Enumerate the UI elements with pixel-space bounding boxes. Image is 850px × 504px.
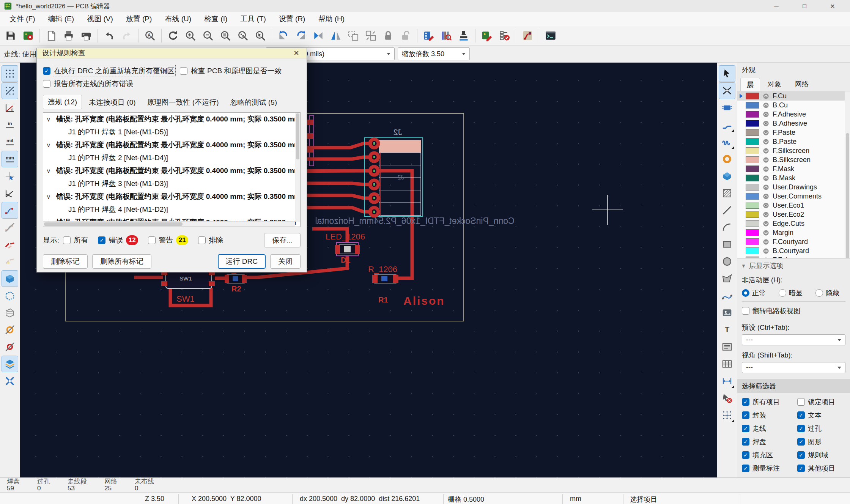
ungroup-button[interactable] [362,27,379,44]
ratsnest-curved-button[interactable] [2,202,18,218]
drc-option[interactable]: 在执行 DRC 之前重新填充所有覆铜区 [43,66,175,76]
visibility-eye-icon[interactable] [762,184,770,191]
layer-color-swatch[interactable] [746,257,759,258]
drc-dialog-titlebar[interactable]: 设计规则检查 ✕ [37,48,307,58]
select-tool-button[interactable] [719,66,735,82]
layer-row[interactable]: F.Adhesive [737,110,845,119]
layer-row[interactable]: User.Drawings [737,183,845,192]
drc-close-icon[interactable]: ✕ [291,49,301,57]
drc-violation-row[interactable]: ∨ 错误: 孔环宽度 (电路板配置约束 最小孔环宽度 0.4000 mm; 实际… [43,164,300,177]
expand-chevron-icon[interactable]: ∨ [46,193,56,200]
drc-filter[interactable]: 排除 [198,235,223,245]
filter-checkbox[interactable] [797,398,805,406]
add-via-button[interactable] [719,151,735,167]
selection-filter-item[interactable]: 文本 [797,411,845,420]
maximize-button[interactable]: □ [801,3,808,9]
filter-checkbox[interactable] [797,425,805,432]
filter-checkbox[interactable] [797,451,805,459]
drc-filter-checkbox[interactable] [98,236,105,244]
draw-bezier-button[interactable] [719,288,735,304]
layer-color-swatch[interactable] [746,102,759,109]
drc-violation-row[interactable]: ∨ J1 的PTH 焊盘 3 [Net-(M1-D3)] [43,177,300,190]
selection-filter-item[interactable]: 填充区 [742,450,797,460]
drc-tab[interactable]: 原理图一致性 (不运行) [143,96,224,109]
route-tracks-button[interactable] [719,117,735,133]
crosshair-style-button[interactable] [2,168,18,184]
drc-violation-row[interactable]: ∨ J1 的PTH 焊盘 2 [Net-(M1-D4)] [43,151,300,164]
visibility-eye-icon[interactable] [762,229,770,236]
layer-row[interactable]: B.Adhesive [737,119,845,128]
drc-violations-list[interactable]: ∨ 错误: 孔环宽度 (电路板配置约束 最小孔环宽度 0.4000 mm; 实际… [43,112,301,227]
layer-row[interactable]: F.Courtyard [737,237,845,246]
selection-filter-item[interactable]: 所有项目 [742,397,797,406]
selection-filter-item[interactable]: 走线 [742,424,797,433]
menu-item[interactable]: 放置 (P) [120,13,159,25]
ratsnest-show-button[interactable] [2,185,18,201]
page-settings-button[interactable] [43,27,60,44]
menu-item[interactable]: 设置 (R) [272,13,312,25]
drc-tab[interactable]: 未连接项目 (0) [84,96,140,109]
filter-checkbox[interactable] [742,411,749,419]
save-button[interactable] [2,27,19,44]
local-ratsnest-tool-button[interactable] [719,83,735,99]
layer-row[interactable]: F.Fab [737,255,845,258]
selection-filter-item[interactable]: 其他项目 [797,464,845,473]
visibility-eye-icon[interactable] [762,120,770,127]
radio-option[interactable]: 隐藏 [815,288,839,298]
add-image-button[interactable] [719,305,735,321]
horizontal-scrollbar[interactable] [43,221,295,227]
filter-checkbox[interactable] [797,411,805,419]
layer-row[interactable]: User.Eco2 [737,210,845,219]
draw-rectangle-button[interactable] [719,236,735,252]
selection-filter-item[interactable]: 封装 [742,411,797,420]
layer-color-swatch[interactable] [746,138,759,145]
high-contrast-button[interactable] [2,254,18,269]
menu-item[interactable]: 布线 (U) [158,13,198,25]
expand-chevron-icon[interactable]: ∨ [46,142,56,149]
visibility-eye-icon[interactable] [762,238,770,246]
footprint-editor-button[interactable] [420,27,437,44]
layer-row[interactable]: User.Comments [737,192,845,201]
save-report-button[interactable]: 保存... [264,233,301,247]
selection-filter-item[interactable]: 图形 [797,437,845,446]
add-table-button[interactable] [719,356,735,372]
selection-filter-item[interactable]: 规则域 [797,450,845,460]
drc-filter-checkbox[interactable] [198,236,206,244]
visibility-eye-icon[interactable] [762,147,770,154]
layer-row[interactable]: Edge.Cuts [737,219,845,228]
update-pcb-button[interactable] [455,27,472,44]
layer-scrollbar[interactable] [845,91,850,258]
visibility-eye-icon[interactable] [762,220,770,227]
menu-item[interactable]: 视图 (V) [80,13,120,25]
drc-filter[interactable]: 所有 [63,235,88,245]
schematic-parity-button[interactable] [479,27,495,44]
pads-sketch-button[interactable] [2,322,18,338]
layer-row[interactable]: F.Silkscreen [737,146,845,155]
drc-option[interactable]: 检查 PCB 和原理图是否一致 [180,66,282,76]
layer-color-swatch[interactable] [746,156,759,163]
zoom-fit-page-button[interactable] [217,27,234,44]
layer-row[interactable]: B.Courtyard [737,246,845,255]
appearance-tab[interactable]: 网络 [789,78,815,91]
footprint-browser-button[interactable] [438,27,455,44]
units-inches-button[interactable]: in [2,117,18,133]
delete-all-markers-button[interactable]: 删除所有标记 [92,254,151,269]
layer-color-swatch[interactable] [746,247,759,254]
refresh-button[interactable] [165,27,181,44]
expand-chevron-icon[interactable]: ∨ [46,116,56,123]
expand-chevron-icon[interactable]: ∨ [46,167,56,175]
redo-button[interactable] [118,27,135,44]
flip-board-option[interactable]: 翻转电路板视图 [742,302,845,317]
layer-display-options-header[interactable]: ▼ 层显示选项 [737,258,850,272]
scripting-console-button[interactable] [542,27,559,44]
add-text-button[interactable]: T [719,322,735,338]
appearance-tab[interactable]: 层 [740,78,760,91]
visibility-eye-icon[interactable] [762,165,770,173]
radio-option[interactable]: 正常 [742,288,766,298]
menu-item[interactable]: 检查 (I) [198,13,234,25]
drc-option[interactable]: 报告所有走线的所有错误 [43,79,133,89]
layer-row[interactable]: B.Silkscreen [737,155,845,164]
filter-checkbox[interactable] [742,465,749,472]
flip-horizontal-button[interactable] [310,27,327,44]
layer-color-swatch[interactable] [746,111,759,118]
